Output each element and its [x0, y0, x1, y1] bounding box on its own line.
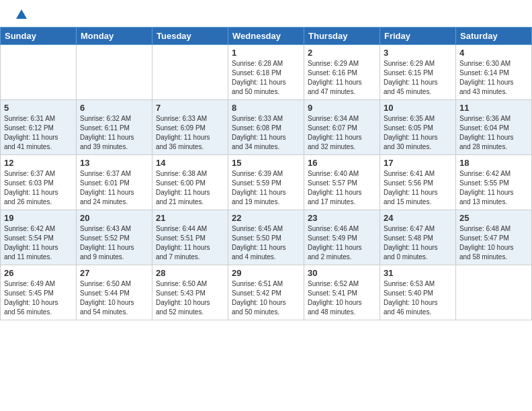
- cell-info: Sunrise: 6:46 AM Sunset: 5:49 PM Dayligh…: [308, 224, 376, 262]
- day-number: 21: [156, 213, 224, 223]
- calendar-cell: 17Sunrise: 6:41 AM Sunset: 5:56 PM Dayli…: [380, 155, 456, 210]
- calendar-cell: 30Sunrise: 6:52 AM Sunset: 5:41 PM Dayli…: [304, 265, 380, 320]
- cell-info: Sunrise: 6:53 AM Sunset: 5:40 PM Dayligh…: [384, 279, 452, 317]
- day-number: 22: [232, 213, 300, 223]
- calendar-cell: 4Sunrise: 6:30 AM Sunset: 6:14 PM Daylig…: [456, 45, 532, 100]
- cell-info: Sunrise: 6:31 AM Sunset: 6:12 PM Dayligh…: [4, 114, 73, 152]
- calendar-cell: 21Sunrise: 6:44 AM Sunset: 5:51 PM Dayli…: [152, 210, 228, 265]
- page-header: [0, 0, 532, 24]
- day-number: 3: [384, 48, 452, 58]
- calendar-cell: 7Sunrise: 6:33 AM Sunset: 6:09 PM Daylig…: [152, 100, 228, 155]
- calendar-cell: 28Sunrise: 6:50 AM Sunset: 5:43 PM Dayli…: [152, 265, 228, 320]
- cell-info: Sunrise: 6:44 AM Sunset: 5:51 PM Dayligh…: [156, 224, 224, 262]
- day-number: 2: [308, 48, 376, 58]
- logo-icon: [15, 8, 28, 21]
- day-number: 25: [459, 213, 528, 223]
- calendar-cell: 3Sunrise: 6:29 AM Sunset: 6:15 PM Daylig…: [380, 45, 456, 100]
- calendar-week-row: 1Sunrise: 6:28 AM Sunset: 6:18 PM Daylig…: [1, 45, 532, 100]
- calendar-cell: 5Sunrise: 6:31 AM Sunset: 6:12 PM Daylig…: [1, 100, 77, 155]
- calendar-cell: 31Sunrise: 6:53 AM Sunset: 5:40 PM Dayli…: [380, 265, 456, 320]
- calendar-cell: 25Sunrise: 6:48 AM Sunset: 5:47 PM Dayli…: [456, 210, 532, 265]
- day-number: 19: [4, 213, 73, 223]
- day-number: 11: [459, 103, 528, 113]
- calendar-cell: 24Sunrise: 6:47 AM Sunset: 5:48 PM Dayli…: [380, 210, 456, 265]
- day-number: 30: [308, 268, 376, 278]
- cell-info: Sunrise: 6:33 AM Sunset: 6:09 PM Dayligh…: [156, 114, 224, 152]
- weekday-header: Saturday: [456, 28, 532, 45]
- day-number: 16: [308, 158, 376, 168]
- cell-info: Sunrise: 6:49 AM Sunset: 5:45 PM Dayligh…: [4, 279, 73, 317]
- cell-info: Sunrise: 6:38 AM Sunset: 6:00 PM Dayligh…: [156, 169, 224, 207]
- day-number: 31: [384, 268, 452, 278]
- day-number: 28: [156, 268, 224, 278]
- day-number: 4: [459, 48, 528, 58]
- cell-info: Sunrise: 6:43 AM Sunset: 5:52 PM Dayligh…: [80, 224, 148, 262]
- calendar-week-row: 19Sunrise: 6:42 AM Sunset: 5:54 PM Dayli…: [1, 210, 532, 265]
- calendar-week-row: 26Sunrise: 6:49 AM Sunset: 5:45 PM Dayli…: [1, 265, 532, 320]
- calendar-cell: 14Sunrise: 6:38 AM Sunset: 6:00 PM Dayli…: [152, 155, 228, 210]
- cell-info: Sunrise: 6:48 AM Sunset: 5:47 PM Dayligh…: [459, 224, 528, 262]
- cell-info: Sunrise: 6:32 AM Sunset: 6:11 PM Dayligh…: [80, 114, 148, 152]
- calendar-week-row: 5Sunrise: 6:31 AM Sunset: 6:12 PM Daylig…: [1, 100, 532, 155]
- svg-marker-0: [16, 9, 27, 19]
- calendar-cell: 29Sunrise: 6:51 AM Sunset: 5:42 PM Dayli…: [228, 265, 304, 320]
- cell-info: Sunrise: 6:33 AM Sunset: 6:08 PM Dayligh…: [232, 114, 300, 152]
- cell-info: Sunrise: 6:47 AM Sunset: 5:48 PM Dayligh…: [384, 224, 452, 262]
- logo: [13, 11, 28, 21]
- day-number: 9: [308, 103, 376, 113]
- calendar-cell: 26Sunrise: 6:49 AM Sunset: 5:45 PM Dayli…: [1, 265, 77, 320]
- calendar-cell: 6Sunrise: 6:32 AM Sunset: 6:11 PM Daylig…: [77, 100, 152, 155]
- calendar-cell: 10Sunrise: 6:35 AM Sunset: 6:05 PM Dayli…: [380, 100, 456, 155]
- weekday-header: Tuesday: [152, 28, 228, 45]
- day-number: 13: [80, 158, 148, 168]
- day-number: 26: [4, 268, 73, 278]
- calendar-cell: 11Sunrise: 6:36 AM Sunset: 6:04 PM Dayli…: [456, 100, 532, 155]
- day-number: 17: [384, 158, 452, 168]
- calendar-cell: 12Sunrise: 6:37 AM Sunset: 6:03 PM Dayli…: [1, 155, 77, 210]
- day-number: 20: [80, 213, 148, 223]
- calendar-cell: [456, 265, 532, 320]
- calendar-cell: 9Sunrise: 6:34 AM Sunset: 6:07 PM Daylig…: [304, 100, 380, 155]
- day-number: 10: [384, 103, 452, 113]
- calendar-cell: 23Sunrise: 6:46 AM Sunset: 5:49 PM Dayli…: [304, 210, 380, 265]
- calendar-cell: 2Sunrise: 6:29 AM Sunset: 6:16 PM Daylig…: [304, 45, 380, 100]
- day-number: 24: [384, 213, 452, 223]
- day-number: 29: [232, 268, 300, 278]
- day-number: 1: [232, 48, 300, 58]
- cell-info: Sunrise: 6:42 AM Sunset: 5:54 PM Dayligh…: [4, 224, 73, 262]
- calendar-table: SundayMondayTuesdayWednesdayThursdayFrid…: [0, 27, 532, 320]
- calendar-cell: [1, 45, 77, 100]
- calendar-cell: 16Sunrise: 6:40 AM Sunset: 5:57 PM Dayli…: [304, 155, 380, 210]
- calendar-cell: [152, 45, 228, 100]
- day-number: 15: [232, 158, 300, 168]
- cell-info: Sunrise: 6:40 AM Sunset: 5:57 PM Dayligh…: [308, 169, 376, 207]
- calendar-cell: 19Sunrise: 6:42 AM Sunset: 5:54 PM Dayli…: [1, 210, 77, 265]
- cell-info: Sunrise: 6:42 AM Sunset: 5:55 PM Dayligh…: [459, 169, 528, 207]
- cell-info: Sunrise: 6:30 AM Sunset: 6:14 PM Dayligh…: [459, 59, 528, 97]
- day-number: 8: [232, 103, 300, 113]
- day-number: 5: [4, 103, 73, 113]
- calendar-cell: 8Sunrise: 6:33 AM Sunset: 6:08 PM Daylig…: [228, 100, 304, 155]
- weekday-header: Thursday: [304, 28, 380, 45]
- day-number: 6: [80, 103, 148, 113]
- cell-info: Sunrise: 6:51 AM Sunset: 5:42 PM Dayligh…: [232, 279, 300, 317]
- cell-info: Sunrise: 6:29 AM Sunset: 6:16 PM Dayligh…: [308, 59, 376, 97]
- day-number: 14: [156, 158, 224, 168]
- calendar-cell: 1Sunrise: 6:28 AM Sunset: 6:18 PM Daylig…: [228, 45, 304, 100]
- calendar-header-row: SundayMondayTuesdayWednesdayThursdayFrid…: [1, 28, 532, 45]
- cell-info: Sunrise: 6:45 AM Sunset: 5:50 PM Dayligh…: [232, 224, 300, 262]
- cell-info: Sunrise: 6:35 AM Sunset: 6:05 PM Dayligh…: [384, 114, 452, 152]
- cell-info: Sunrise: 6:37 AM Sunset: 6:03 PM Dayligh…: [4, 169, 73, 207]
- day-number: 27: [80, 268, 148, 278]
- calendar-cell: 20Sunrise: 6:43 AM Sunset: 5:52 PM Dayli…: [77, 210, 152, 265]
- calendar-cell: 15Sunrise: 6:39 AM Sunset: 5:59 PM Dayli…: [228, 155, 304, 210]
- cell-info: Sunrise: 6:50 AM Sunset: 5:44 PM Dayligh…: [80, 279, 148, 317]
- calendar-cell: 27Sunrise: 6:50 AM Sunset: 5:44 PM Dayli…: [77, 265, 152, 320]
- calendar-cell: [77, 45, 152, 100]
- cell-info: Sunrise: 6:50 AM Sunset: 5:43 PM Dayligh…: [156, 279, 224, 317]
- day-number: 23: [308, 213, 376, 223]
- calendar-week-row: 12Sunrise: 6:37 AM Sunset: 6:03 PM Dayli…: [1, 155, 532, 210]
- day-number: 18: [459, 158, 528, 168]
- cell-info: Sunrise: 6:39 AM Sunset: 5:59 PM Dayligh…: [232, 169, 300, 207]
- cell-info: Sunrise: 6:29 AM Sunset: 6:15 PM Dayligh…: [384, 59, 452, 97]
